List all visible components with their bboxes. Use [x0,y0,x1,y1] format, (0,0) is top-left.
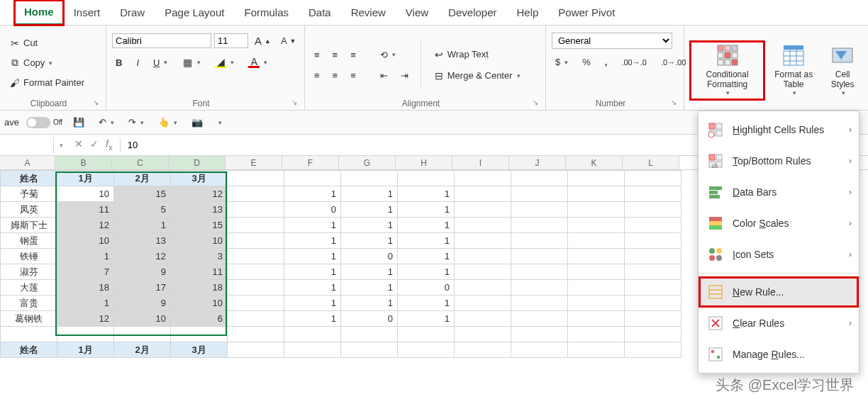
name-box[interactable] [0,137,54,153]
cell-name[interactable]: 凤英 [1,202,57,218]
col-header-H[interactable]: H [396,156,452,169]
cell-name[interactable]: 钢蛋 [1,233,57,249]
cell[interactable]: 11 [171,264,228,280]
cell[interactable] [511,296,568,311]
borders-button[interactable]: ▦▾ [178,55,204,70]
align-middle-button[interactable]: ≡ [329,47,342,62]
cell[interactable]: 9 [114,264,171,280]
cell[interactable]: 1 [398,264,455,280]
tab-insert[interactable]: Insert [64,1,111,24]
tab-formulas[interactable]: Formulas [234,1,299,24]
cell[interactable] [57,327,114,342]
align-bottom-button[interactable]: ≡ [347,47,360,62]
cell[interactable] [455,296,511,311]
header2-jan[interactable]: 1月 [57,342,114,358]
cell[interactable] [455,342,511,358]
cell[interactable]: 17 [114,280,171,296]
cell[interactable] [625,327,681,342]
increase-font-button[interactable]: A▲ [251,33,274,49]
cell[interactable] [511,202,568,218]
font-color-button[interactable]: A▾ [245,55,271,70]
cell-name[interactable]: 姆斯下士 [1,218,57,233]
cell[interactable]: 18 [57,280,114,296]
underline-button[interactable]: U▾ [150,55,171,70]
copy-button[interactable]: ⧉Copy▾ [6,55,88,71]
bold-button[interactable]: B [112,55,126,70]
cell[interactable] [284,327,341,342]
cell[interactable] [228,249,284,264]
cell[interactable] [455,186,511,202]
cell[interactable] [568,280,625,296]
cell[interactable] [625,202,681,218]
cell[interactable]: 10 [57,186,114,202]
cell[interactable] [511,311,568,327]
cell[interactable] [568,342,625,358]
autosave-toggle[interactable] [26,117,50,128]
number-launcher[interactable]: ↘ [669,99,678,106]
font-name-input[interactable] [112,33,211,48]
tab-home[interactable]: Home [14,0,64,26]
align-top-button[interactable]: ≡ [311,47,323,62]
cell[interactable]: 1 [284,218,341,233]
cell[interactable]: 1 [398,249,455,264]
cell[interactable] [228,311,284,327]
cell[interactable] [625,249,681,264]
cell[interactable]: 1 [57,296,114,311]
font-size-input[interactable] [214,33,248,48]
cell[interactable] [511,264,568,280]
cancel-icon[interactable]: ✕ [74,138,83,152]
cell[interactable] [511,233,568,249]
cell[interactable]: 12 [171,186,228,202]
cell[interactable]: 3 [171,249,228,264]
cell[interactable] [568,296,625,311]
col-header-B[interactable]: B [55,156,112,169]
cell[interactable] [228,218,284,233]
header-jan[interactable]: 1月 [57,171,114,186]
cell[interactable] [455,233,511,249]
tab-power-pivot[interactable]: Power Pivot [548,1,625,24]
cf-menu-highlight-cells-rules[interactable]: Highlight Cells Rules› [699,114,859,145]
cell[interactable] [511,218,568,233]
cell[interactable] [568,311,625,327]
number-format-select[interactable]: General [552,33,672,49]
cell[interactable] [341,342,398,358]
alignment-launcher[interactable]: ↘ [531,99,540,106]
cf-menu-clear-rules[interactable]: Clear Rules› [699,308,859,339]
cell[interactable]: 9 [114,296,171,311]
cell[interactable] [568,202,625,218]
cell[interactable] [455,311,511,327]
cell[interactable] [455,202,511,218]
cell[interactable]: 0 [341,249,398,264]
comma-button[interactable]: , [601,55,611,69]
cell[interactable] [625,296,681,311]
cell-styles-button[interactable]: Cell Styles▾ [823,41,862,101]
cell-name[interactable]: 予菊 [1,186,57,202]
fx-icon[interactable]: fx [106,138,113,152]
cell[interactable] [625,264,681,280]
cell[interactable] [228,280,284,296]
cell[interactable]: 0 [284,202,341,218]
col-header-K[interactable]: K [566,156,623,169]
cell[interactable] [228,233,284,249]
undo-button[interactable]: ↶▾ [95,115,118,130]
qat-more-button[interactable]: ▾ [213,117,226,128]
cell[interactable] [228,327,284,342]
cell-name[interactable]: 大莲 [1,280,57,296]
cell[interactable]: 15 [171,218,228,233]
cell[interactable] [568,327,625,342]
cf-menu-top-bottom-rules[interactable]: 10Top/Bottom Rules› [699,145,859,176]
cell[interactable] [568,264,625,280]
accounting-button[interactable]: $▾ [552,55,572,69]
tab-review[interactable]: Review [341,1,396,24]
cell[interactable] [568,186,625,202]
cell[interactable]: 1 [114,218,171,233]
cell[interactable] [625,342,681,358]
cf-menu-color-scales[interactable]: Color Scales› [699,208,859,239]
col-header-G[interactable]: G [339,156,396,169]
cell[interactable] [568,171,625,186]
cell[interactable]: 12 [57,218,114,233]
align-right-button[interactable]: ≡ [347,68,360,83]
cell[interactable] [1,327,57,342]
header-mar[interactable]: 3月 [171,171,228,186]
cell[interactable] [398,327,455,342]
